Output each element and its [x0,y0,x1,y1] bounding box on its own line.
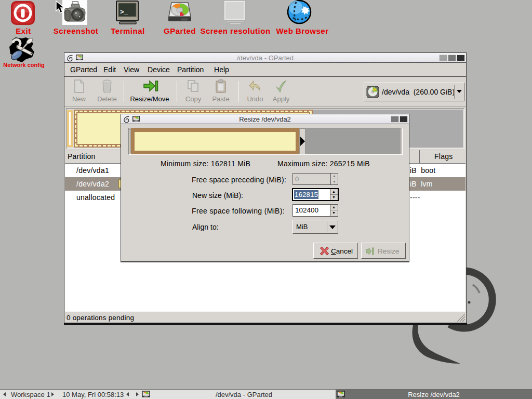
svg-text:>_: >_ [120,8,128,16]
